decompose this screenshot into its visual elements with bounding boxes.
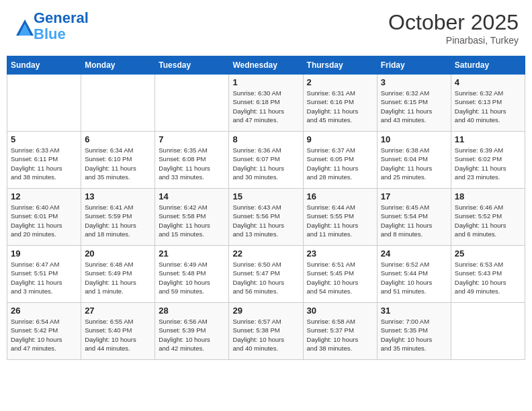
logo-text: General Blue (34, 10, 89, 42)
day-info: Sunrise: 6:40 AMSunset: 6:01 PMDaylight:… (11, 203, 77, 238)
day-info: Sunrise: 6:30 AMSunset: 6:18 PMDaylight:… (232, 89, 299, 124)
calendar-body: 1Sunrise: 6:30 AMSunset: 6:18 PMDaylight… (7, 75, 525, 360)
calendar-cell: 23Sunrise: 6:51 AMSunset: 5:45 PMDayligh… (303, 246, 377, 303)
day-number: 31 (381, 306, 447, 316)
day-info: Sunrise: 6:39 AMSunset: 6:02 PMDaylight:… (455, 146, 521, 181)
calendar-cell: 31Sunrise: 7:00 AMSunset: 5:35 PMDayligh… (377, 303, 451, 360)
calendar-cell: 7Sunrise: 6:35 AMSunset: 6:08 PMDaylight… (155, 132, 229, 189)
day-number: 22 (232, 248, 299, 259)
day-number: 23 (307, 248, 373, 259)
day-number: 24 (381, 248, 447, 259)
day-number: 26 (11, 306, 77, 316)
day-number: 27 (85, 306, 151, 316)
day-info: Sunrise: 6:45 AMSunset: 5:54 PMDaylight:… (381, 203, 447, 238)
weekday-header-tuesday: Tuesday (155, 56, 229, 75)
logo: General Blue (13, 10, 89, 42)
day-number: 14 (159, 191, 225, 201)
calendar-cell: 15Sunrise: 6:43 AMSunset: 5:56 PMDayligh… (229, 189, 303, 246)
calendar-cell: 30Sunrise: 6:58 AMSunset: 5:37 PMDayligh… (303, 303, 377, 360)
calendar-cell: 17Sunrise: 6:45 AMSunset: 5:54 PMDayligh… (377, 189, 451, 246)
day-number: 18 (455, 191, 521, 201)
calendar-cell: 8Sunrise: 6:36 AMSunset: 6:07 PMDaylight… (229, 132, 303, 189)
calendar-cell: 13Sunrise: 6:41 AMSunset: 5:59 PMDayligh… (81, 189, 155, 246)
day-number: 3 (381, 77, 447, 87)
page-header: General Blue October 2025 Pinarbasi, Tur… (7, 7, 525, 49)
calendar-cell: 12Sunrise: 6:40 AMSunset: 6:01 PMDayligh… (7, 189, 81, 246)
calendar-cell (155, 75, 229, 132)
day-number: 8 (232, 134, 299, 144)
day-number: 15 (232, 191, 299, 201)
calendar-cell: 9Sunrise: 6:37 AMSunset: 6:05 PMDaylight… (303, 132, 377, 189)
weekday-header-thursday: Thursday (303, 56, 377, 75)
day-info: Sunrise: 6:37 AMSunset: 6:05 PMDaylight:… (307, 146, 373, 181)
day-info: Sunrise: 6:47 AMSunset: 5:51 PMDaylight:… (11, 260, 77, 295)
calendar-cell: 5Sunrise: 6:33 AMSunset: 6:11 PMDaylight… (7, 132, 81, 189)
calendar-cell: 28Sunrise: 6:56 AMSunset: 5:39 PMDayligh… (155, 303, 229, 360)
day-number: 1 (232, 77, 299, 87)
day-number: 13 (85, 191, 151, 201)
day-info: Sunrise: 6:49 AMSunset: 5:48 PMDaylight:… (159, 260, 225, 295)
day-info: Sunrise: 6:51 AMSunset: 5:45 PMDaylight:… (307, 260, 373, 295)
calendar-cell: 2Sunrise: 6:31 AMSunset: 6:16 PMDaylight… (303, 75, 377, 132)
day-info: Sunrise: 6:50 AMSunset: 5:47 PMDaylight:… (232, 260, 299, 295)
calendar-cell: 20Sunrise: 6:48 AMSunset: 5:49 PMDayligh… (81, 246, 155, 303)
calendar-cell: 1Sunrise: 6:30 AMSunset: 6:18 PMDaylight… (229, 75, 303, 132)
calendar-cell (81, 75, 155, 132)
day-number: 9 (307, 134, 373, 144)
day-number: 20 (85, 248, 151, 259)
day-info: Sunrise: 6:46 AMSunset: 5:52 PMDaylight:… (455, 203, 521, 238)
day-number: 7 (159, 134, 225, 144)
day-number: 12 (11, 191, 77, 201)
day-number: 21 (159, 248, 225, 259)
day-number: 2 (307, 77, 373, 87)
day-number: 10 (381, 134, 447, 144)
day-info: Sunrise: 6:31 AMSunset: 6:16 PMDaylight:… (307, 89, 373, 124)
day-info: Sunrise: 6:43 AMSunset: 5:56 PMDaylight:… (232, 203, 299, 238)
day-info: Sunrise: 6:35 AMSunset: 6:08 PMDaylight:… (159, 146, 225, 181)
day-number: 30 (307, 306, 373, 316)
day-number: 6 (85, 134, 151, 144)
day-info: Sunrise: 6:48 AMSunset: 5:49 PMDaylight:… (85, 260, 151, 295)
day-info: Sunrise: 7:00 AMSunset: 5:35 PMDaylight:… (381, 317, 447, 353)
location-subtitle: Pinarbasi, Turkey (388, 35, 519, 46)
calendar-cell: 29Sunrise: 6:57 AMSunset: 5:38 PMDayligh… (229, 303, 303, 360)
day-info: Sunrise: 6:33 AMSunset: 6:11 PMDaylight:… (11, 146, 77, 181)
day-info: Sunrise: 6:32 AMSunset: 6:13 PMDaylight:… (455, 89, 521, 124)
weekday-header-saturday: Saturday (451, 56, 525, 75)
calendar-cell: 6Sunrise: 6:34 AMSunset: 6:10 PMDaylight… (81, 132, 155, 189)
calendar-cell: 24Sunrise: 6:52 AMSunset: 5:44 PMDayligh… (377, 246, 451, 303)
calendar-cell: 25Sunrise: 6:53 AMSunset: 5:43 PMDayligh… (451, 246, 525, 303)
day-info: Sunrise: 6:44 AMSunset: 5:55 PMDaylight:… (307, 203, 373, 238)
calendar-week-1: 1Sunrise: 6:30 AMSunset: 6:18 PMDaylight… (7, 75, 525, 132)
title-block: October 2025 Pinarbasi, Turkey (388, 10, 519, 46)
day-number: 25 (455, 248, 521, 259)
calendar-cell: 3Sunrise: 6:32 AMSunset: 6:15 PMDaylight… (377, 75, 451, 132)
day-info: Sunrise: 6:34 AMSunset: 6:10 PMDaylight:… (85, 146, 151, 181)
month-title: October 2025 (388, 10, 519, 35)
day-info: Sunrise: 6:58 AMSunset: 5:37 PMDaylight:… (307, 317, 373, 353)
calendar-cell: 19Sunrise: 6:47 AMSunset: 5:51 PMDayligh… (7, 246, 81, 303)
calendar-week-3: 12Sunrise: 6:40 AMSunset: 6:01 PMDayligh… (7, 189, 525, 246)
calendar-cell: 26Sunrise: 6:54 AMSunset: 5:42 PMDayligh… (7, 303, 81, 360)
calendar-cell: 16Sunrise: 6:44 AMSunset: 5:55 PMDayligh… (303, 189, 377, 246)
calendar-week-5: 26Sunrise: 6:54 AMSunset: 5:42 PMDayligh… (7, 303, 525, 360)
day-info: Sunrise: 6:56 AMSunset: 5:39 PMDaylight:… (159, 317, 225, 353)
day-number: 28 (159, 306, 225, 316)
weekday-header-wednesday: Wednesday (229, 56, 303, 75)
day-number: 5 (11, 134, 77, 144)
calendar-cell: 21Sunrise: 6:49 AMSunset: 5:48 PMDayligh… (155, 246, 229, 303)
day-info: Sunrise: 6:57 AMSunset: 5:38 PMDaylight:… (232, 317, 299, 353)
weekday-header-monday: Monday (81, 56, 155, 75)
day-number: 16 (307, 191, 373, 201)
day-info: Sunrise: 6:42 AMSunset: 5:58 PMDaylight:… (159, 203, 225, 238)
calendar-week-4: 19Sunrise: 6:47 AMSunset: 5:51 PMDayligh… (7, 246, 525, 303)
day-info: Sunrise: 6:54 AMSunset: 5:42 PMDaylight:… (11, 317, 77, 353)
calendar-cell (451, 303, 525, 360)
weekday-header-friday: Friday (377, 56, 451, 75)
calendar-cell (7, 75, 81, 132)
calendar-cell: 14Sunrise: 6:42 AMSunset: 5:58 PMDayligh… (155, 189, 229, 246)
weekday-header-sunday: Sunday (7, 56, 81, 75)
day-info: Sunrise: 6:32 AMSunset: 6:15 PMDaylight:… (381, 89, 447, 124)
weekday-header-row: SundayMondayTuesdayWednesdayThursdayFrid… (7, 56, 525, 75)
day-info: Sunrise: 6:53 AMSunset: 5:43 PMDaylight:… (455, 260, 521, 295)
